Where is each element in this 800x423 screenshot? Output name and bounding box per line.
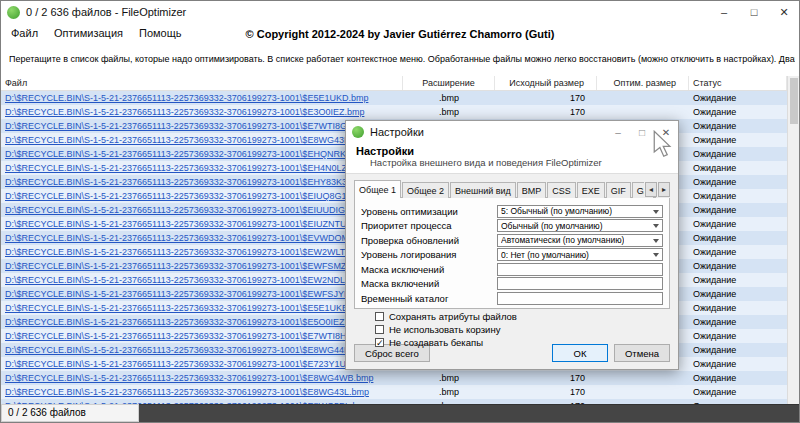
column-header-0[interactable]: Файл xyxy=(1,76,403,90)
checkbox-checked-icon[interactable]: ✓ xyxy=(375,338,384,347)
table-row[interactable]: D:\$RECYCLE.BIN\S-1-5-21-2376651113-2257… xyxy=(1,385,787,399)
original-size-cell: 170 xyxy=(495,385,597,399)
field-dropdown[interactable]: Автоматически (по умолчанию) xyxy=(497,234,663,247)
file-path-cell[interactable]: D:\$RECYCLE.BIN\S-1-5-21-2376651113-2257… xyxy=(1,119,403,133)
status-cell: Ожидание xyxy=(689,91,787,105)
column-header-1[interactable]: Расширение xyxy=(403,76,495,90)
table-header: ФайлРасширениеИсходный размерОптим. разм… xyxy=(1,76,787,91)
dialog-close-button[interactable]: ✕ xyxy=(654,121,678,143)
tab-внешний-вид[interactable]: Внешний вид xyxy=(450,182,516,198)
dialog-minimize-button[interactable]: – xyxy=(606,121,630,143)
file-path-cell[interactable]: D:\$RECYCLE.BIN\S-1-5-21-2376651113-2257… xyxy=(1,385,403,399)
settings-dialog: Настройки – □ ✕ Настройки Настройка внеш… xyxy=(345,120,679,370)
form-row: Маска исключений xyxy=(361,262,663,276)
field-textbox[interactable] xyxy=(497,292,663,305)
status-cell: Ожидание xyxy=(689,329,787,343)
original-size-cell: 170 xyxy=(495,105,597,119)
status-cell: Ожидание xyxy=(689,147,787,161)
file-path-cell[interactable]: D:\$RECYCLE.BIN\S-1-5-21-2376651113-2257… xyxy=(1,329,403,343)
field-textbox[interactable] xyxy=(497,263,663,276)
file-path-cell[interactable]: D:\$RECYCLE.BIN\S-1-5-21-2376651113-2257… xyxy=(1,231,403,245)
file-path-cell[interactable]: D:\$RECYCLE.BIN\S-1-5-21-2376651113-2257… xyxy=(1,147,403,161)
file-path-cell[interactable]: D:\$RECYCLE.BIN\S-1-5-21-2376651113-2257… xyxy=(1,133,403,147)
tab-gif[interactable]: GIF xyxy=(606,182,631,198)
chevron-down-icon xyxy=(653,239,659,243)
form-row: Маска включений xyxy=(361,277,663,291)
vertical-scrollbar[interactable] xyxy=(787,76,799,404)
file-path-cell[interactable]: D:\$RECYCLE.BIN\S-1-5-21-2376651113-2257… xyxy=(1,301,403,315)
status-cell: Ожидание xyxy=(689,273,787,287)
original-size-cell: 170 xyxy=(495,91,597,105)
file-path-cell[interactable]: D:\$RECYCLE.BIN\S-1-5-21-2376651113-2257… xyxy=(1,343,403,357)
file-path-cell[interactable]: D:\$RECYCLE.BIN\S-1-5-21-2376651113-2257… xyxy=(1,189,403,203)
chevron-down-icon xyxy=(653,224,659,228)
checkbox-group: Сохранять атрибуты файловНе использовать… xyxy=(375,310,663,348)
file-path-cell[interactable]: D:\$RECYCLE.BIN\S-1-5-21-2376651113-2257… xyxy=(1,315,403,329)
status-cell: Ожидание xyxy=(689,161,787,175)
field-dropdown[interactable]: Обычный (по умолчанию) xyxy=(497,219,663,232)
checkbox-label: Не создавать бекапы xyxy=(389,337,483,348)
file-path-cell[interactable]: D:\$RECYCLE.BIN\S-1-5-21-2376651113-2257… xyxy=(1,91,403,105)
tab-общее-2[interactable]: Общее 2 xyxy=(402,182,449,198)
field-dropdown[interactable]: 5: Обычный (по умолчанию) xyxy=(497,205,663,218)
dialog-app-icon xyxy=(352,126,364,138)
checkbox-icon[interactable] xyxy=(375,325,384,334)
form-row: Проверка обновленийАвтоматически (по умо… xyxy=(361,233,663,247)
status-cell: Ожидание xyxy=(689,217,787,231)
form-row: Приоритет процессаОбычный (по умолчанию) xyxy=(361,219,663,233)
status-cell: Ожидание xyxy=(689,357,787,371)
optimized-size-cell xyxy=(597,371,689,385)
tab-общее-1[interactable]: Общее 1 xyxy=(354,180,401,198)
tab-exe[interactable]: EXE xyxy=(577,182,605,198)
chevron-down-icon xyxy=(653,210,659,214)
file-path-cell[interactable]: D:\$RECYCLE.BIN\S-1-5-21-2376651113-2257… xyxy=(1,203,403,217)
status-cell: Ожидание xyxy=(689,385,787,399)
dialog-maximize-button[interactable]: □ xyxy=(630,121,654,143)
dropdown-value: Обычный (по умолчанию) xyxy=(501,221,603,231)
checkbox-label: Сохранять атрибуты файлов xyxy=(389,311,517,322)
table-row[interactable]: D:\$RECYCLE.BIN\S-1-5-21-2376651113-2257… xyxy=(1,371,787,385)
copyright-text: © Copyright 2012-2024 by Javier Gutiérre… xyxy=(1,28,799,40)
dialog-header-title: Настройки xyxy=(356,145,668,157)
column-header-2[interactable]: Исходный размер xyxy=(495,76,597,90)
table-row[interactable]: D:\$RECYCLE.BIN\S-1-5-21-2376651113-2257… xyxy=(1,105,787,119)
file-path-cell[interactable]: D:\$RECYCLE.BIN\S-1-5-21-2376651113-2257… xyxy=(1,161,403,175)
checkbox-row[interactable]: Не использовать корзину xyxy=(375,323,663,335)
column-header-3[interactable]: Оптим. размер xyxy=(597,76,689,90)
status-cell: Ожидание xyxy=(689,119,787,133)
field-dropdown[interactable]: 0: Нет (по умолчанию) xyxy=(497,248,663,261)
file-path-cell[interactable]: D:\$RECYCLE.BIN\S-1-5-21-2376651113-2257… xyxy=(1,105,403,119)
file-path-cell[interactable]: D:\$RECYCLE.BIN\S-1-5-21-2376651113-2257… xyxy=(1,217,403,231)
dialog-titlebar[interactable]: Настройки – □ ✕ xyxy=(346,121,678,143)
file-path-cell[interactable]: D:\$RECYCLE.BIN\S-1-5-21-2376651113-2257… xyxy=(1,245,403,259)
field-textbox[interactable] xyxy=(497,277,663,290)
scrollbar-thumb[interactable] xyxy=(790,78,798,124)
table-row[interactable]: D:\$RECYCLE.BIN\S-1-5-21-2376651113-2257… xyxy=(1,91,787,105)
progress-bar xyxy=(139,404,799,422)
file-path-cell[interactable]: D:\$RECYCLE.BIN\S-1-5-21-2376651113-2257… xyxy=(1,259,403,273)
column-header-4[interactable]: Статус xyxy=(689,76,787,90)
status-cell: Ожидание xyxy=(689,259,787,273)
file-path-cell[interactable]: D:\$RECYCLE.BIN\S-1-5-21-2376651113-2257… xyxy=(1,287,403,301)
file-path-cell[interactable]: D:\$RECYCLE.BIN\S-1-5-21-2376651113-2257… xyxy=(1,357,403,371)
tab-scroll-left-icon[interactable]: ◂ xyxy=(645,182,657,197)
tab-scroll-right-icon[interactable]: ▸ xyxy=(658,182,670,197)
checkbox-icon[interactable] xyxy=(375,312,384,321)
checkbox-row[interactable]: ✓Не создавать бекапы xyxy=(375,336,663,348)
maximize-button[interactable]: □ xyxy=(739,1,769,23)
status-cell: Ожидание xyxy=(689,203,787,217)
file-path-cell[interactable]: D:\$RECYCLE.BIN\S-1-5-21-2376651113-2257… xyxy=(1,273,403,287)
checkbox-row[interactable]: Сохранять атрибуты файлов xyxy=(375,310,663,322)
minimize-button[interactable]: – xyxy=(709,1,739,23)
status-cell: Ожидание xyxy=(689,287,787,301)
tab-bmp[interactable]: BMP xyxy=(517,182,547,198)
field-label: Временный каталог xyxy=(361,293,497,304)
tab-css[interactable]: CSS xyxy=(547,182,576,198)
chevron-down-icon xyxy=(653,253,659,257)
dialog-header: Настройки Настройка внешнего вида и пове… xyxy=(346,143,678,174)
checkbox-label: Не использовать корзину xyxy=(389,324,500,335)
status-cell: Ожидание xyxy=(689,343,787,357)
file-path-cell[interactable]: D:\$RECYCLE.BIN\S-1-5-21-2376651113-2257… xyxy=(1,175,403,189)
file-path-cell[interactable]: D:\$RECYCLE.BIN\S-1-5-21-2376651113-2257… xyxy=(1,371,403,385)
close-button[interactable]: ✕ xyxy=(769,1,799,23)
